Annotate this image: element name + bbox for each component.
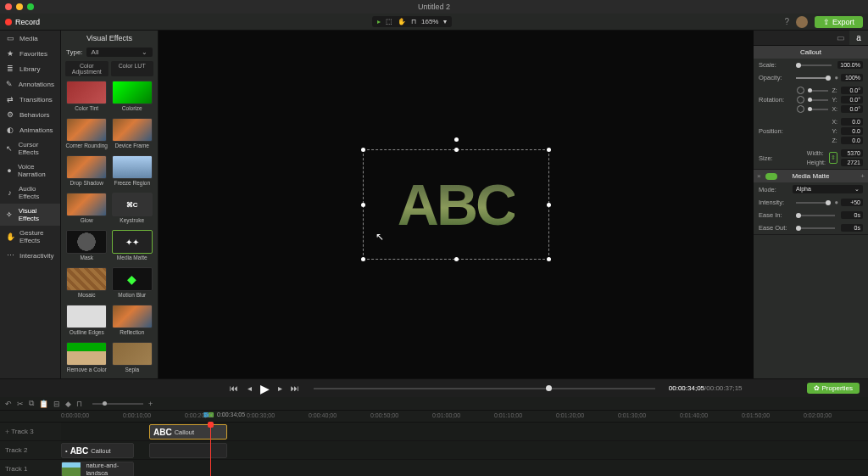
clip-media[interactable]: nature-and-landsca xyxy=(61,462,134,476)
user-avatar[interactable] xyxy=(796,16,808,28)
opacity-value[interactable]: 100% xyxy=(841,74,863,81)
notification-icon[interactable]: ? xyxy=(784,17,789,26)
properties-button[interactable]: ✿Properties xyxy=(807,383,860,394)
scale-value[interactable]: 100.0% xyxy=(837,61,863,69)
tool-copy-icon[interactable]: ⧉ xyxy=(29,399,34,408)
crop-tool-icon[interactable]: ⬚ xyxy=(386,18,392,25)
link-icon[interactable]: ⇕ xyxy=(829,152,837,164)
sidebar-item-interactivity[interactable]: ⋯Interactivity xyxy=(0,248,60,263)
pointer-tool-icon[interactable]: ▸ xyxy=(377,18,381,25)
sidebar-item-library[interactable]: ≣Library xyxy=(0,61,60,76)
effect-colorize[interactable]: Colorize xyxy=(111,81,154,115)
track-1-body[interactable]: nature-and-landsca xyxy=(61,460,868,476)
selection-box[interactable]: ABC xyxy=(363,149,549,260)
resize-handle-bl[interactable] xyxy=(361,257,365,261)
sidebar-item-cursor-effects[interactable]: ↖Cursor Effects xyxy=(0,137,60,160)
rotate-handle[interactable] xyxy=(454,137,459,142)
intensity-slider[interactable] xyxy=(796,202,828,204)
maximize-window[interactable] xyxy=(27,3,34,10)
easein-slider[interactable] xyxy=(796,215,835,216)
sidebar-item-visual-effects[interactable]: ✧Visual Effects xyxy=(0,204,60,226)
zoom-in-icon[interactable]: + xyxy=(148,400,153,408)
minimize-window[interactable] xyxy=(16,3,23,10)
intensity-dot-icon[interactable]: ● xyxy=(834,199,838,206)
skip-back-icon[interactable]: ⏮ xyxy=(229,384,239,394)
add-effect-icon[interactable]: + xyxy=(860,172,865,180)
effect-reflection[interactable]: Reflection xyxy=(111,305,154,339)
effect-outline-edges[interactable]: Outline Edges xyxy=(65,305,108,339)
effect-drop-shadow[interactable]: Drop Shadow xyxy=(65,155,108,190)
zoom-dropdown-icon[interactable]: ▾ xyxy=(443,18,447,25)
filter-color-adjustment[interactable]: Color Adjustment xyxy=(65,61,108,76)
resize-handle-bm[interactable] xyxy=(454,257,459,261)
effect-corner-rounding[interactable]: Corner Rounding xyxy=(65,118,108,153)
zoom-level[interactable]: 165% xyxy=(421,18,438,25)
timeline-playhead[interactable] xyxy=(210,423,211,476)
play-button[interactable]: ▶ xyxy=(259,384,270,394)
timeline-ruler[interactable]: 0:00:34;05 0:00:00;00 0:00:10;00 0:00:20… xyxy=(0,411,868,423)
effect-sepia[interactable]: Sepia xyxy=(111,342,154,377)
close-window[interactable] xyxy=(5,3,12,10)
mode-select[interactable]: Alpha⌄ xyxy=(793,185,863,193)
rotation-z-dial[interactable] xyxy=(797,87,804,94)
clip-callout-selected[interactable]: ABC Callout xyxy=(149,424,227,440)
frame-back-icon[interactable]: ◂ xyxy=(244,384,254,394)
effect-toggle[interactable] xyxy=(765,173,777,180)
tool-cut-icon[interactable]: ✂ xyxy=(17,400,24,408)
sidebar-item-favorites[interactable]: ★Favorites xyxy=(0,46,60,61)
effect-device-frame[interactable]: Device Frame xyxy=(111,118,154,153)
effect-keystroke[interactable]: ⌘CKeystroke xyxy=(111,193,154,227)
type-select[interactable]: All ⌄ xyxy=(86,48,153,57)
resize-handle-tm[interactable] xyxy=(454,148,459,152)
resize-handle-mr[interactable] xyxy=(547,203,551,207)
tool-undo-icon[interactable]: ↶ xyxy=(5,400,12,408)
rotation-z-slider[interactable] xyxy=(808,90,828,92)
sidebar-item-annotations[interactable]: ✎Annotations xyxy=(0,76,60,92)
sidebar-item-audio-effects[interactable]: ♪Audio Effects xyxy=(0,182,60,204)
sidebar-item-transitions[interactable]: ⇄Transitions xyxy=(0,92,60,107)
scrub-thumb[interactable] xyxy=(546,385,552,391)
rotation-y-dial[interactable] xyxy=(797,96,804,104)
timeline-zoom-slider[interactable] xyxy=(92,403,143,405)
clip-ghost[interactable] xyxy=(149,443,227,458)
rotation-y-slider[interactable] xyxy=(808,99,828,101)
rotation-x-slider[interactable] xyxy=(808,109,828,110)
rotation-x-dial[interactable] xyxy=(797,105,804,113)
effect-media-matte[interactable]: ✦✦Media Matte xyxy=(111,230,154,265)
effect-motion-blur[interactable]: ◆Motion Blur xyxy=(111,267,154,302)
tool-marker-icon[interactable]: ◆ xyxy=(65,400,71,408)
filter-color-lut[interactable]: Color LUT xyxy=(111,61,154,76)
frame-fwd-icon[interactable]: ▸ xyxy=(275,384,285,394)
sidebar-item-animations[interactable]: ◐Animations xyxy=(0,122,60,137)
tool-split-icon[interactable]: ⊟ xyxy=(53,400,60,408)
scale-slider[interactable] xyxy=(796,64,832,66)
resize-handle-ml[interactable] xyxy=(361,203,365,207)
track-3-body[interactable]: ABC Callout xyxy=(61,423,868,440)
resize-handle-tr[interactable] xyxy=(547,148,551,152)
tool-magnet-icon[interactable]: ⊓ xyxy=(76,400,82,408)
magnet-tool-icon[interactable]: ⊓ xyxy=(411,18,416,25)
tool-paste-icon[interactable]: 📋 xyxy=(39,400,48,408)
resize-handle-tl[interactable] xyxy=(361,148,365,152)
sidebar-item-media[interactable]: ▭Media xyxy=(0,31,60,46)
clip-callout-2[interactable]: • ABC Callout xyxy=(61,443,134,458)
callout-text[interactable]: ABC xyxy=(398,171,515,238)
effect-glow[interactable]: Glow xyxy=(65,193,108,227)
sidebar-item-gesture-effects[interactable]: ✋Gesture Effects xyxy=(0,226,60,248)
hand-tool-icon[interactable]: ✋ xyxy=(398,18,406,25)
tab-text[interactable]: a xyxy=(849,31,868,45)
effect-freeze-region[interactable]: Freeze Region xyxy=(111,155,154,190)
add-track-icon[interactable]: + xyxy=(5,428,9,436)
effects-grid[interactable]: Color Tint Colorize Corner Rounding Devi… xyxy=(61,79,158,378)
scrubber[interactable] xyxy=(314,388,655,389)
tab-visual[interactable]: ▭ xyxy=(831,31,849,45)
track-2-body[interactable]: • ABC Callout xyxy=(61,441,868,459)
canvas[interactable]: ABC xyxy=(159,31,754,378)
sidebar-item-behaviors[interactable]: ⚙Behaviors xyxy=(0,107,60,122)
resize-handle-br[interactable] xyxy=(547,257,551,261)
record-button[interactable]: Record xyxy=(5,18,40,26)
skip-fwd-icon[interactable]: ⏭ xyxy=(290,384,300,394)
effect-remove-a-color[interactable]: Remove a Color xyxy=(65,342,108,377)
effect-mosaic[interactable]: Mosaic xyxy=(65,267,108,302)
effect-color-tint[interactable]: Color Tint xyxy=(65,81,108,115)
